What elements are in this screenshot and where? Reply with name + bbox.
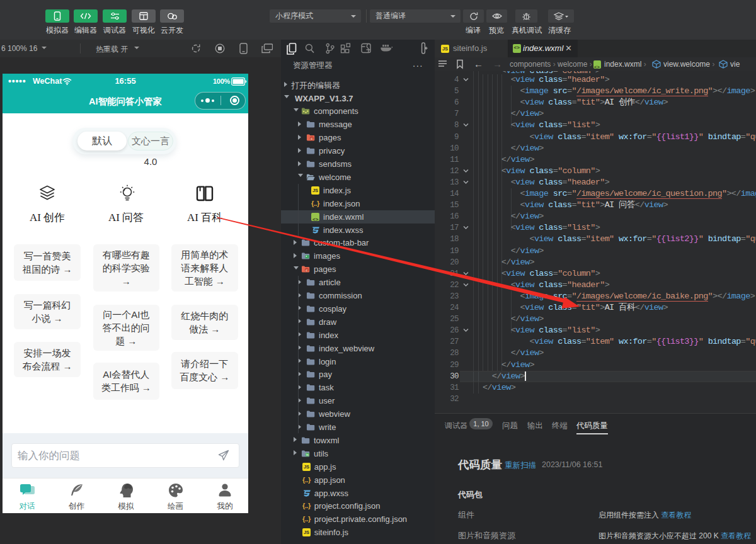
svg-text:ts: ts xyxy=(306,452,309,456)
svg-text:c: c xyxy=(306,268,307,272)
svg-text:c: c xyxy=(311,137,312,140)
